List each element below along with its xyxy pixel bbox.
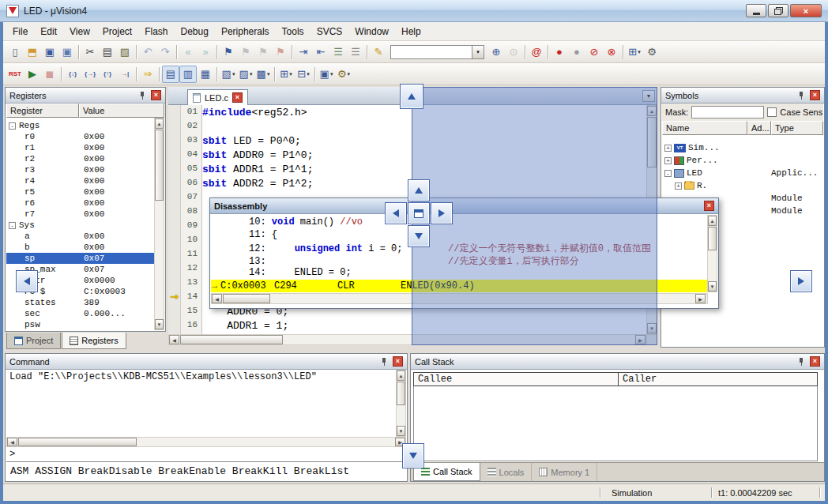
- address-column-header[interactable]: Ad...: [747, 121, 771, 135]
- mask-input[interactable]: [691, 106, 764, 118]
- step-out-button[interactable]: {↑}: [99, 66, 116, 83]
- menu-project[interactable]: Project: [96, 24, 138, 39]
- dock-guide-center-down[interactable]: [408, 225, 430, 247]
- registers-close-button[interactable]: ×: [151, 90, 161, 100]
- register-row[interactable]: r50x00: [6, 186, 154, 197]
- tab-locals[interactable]: Locals: [480, 463, 533, 481]
- register-row[interactable]: sp0x07: [6, 253, 154, 264]
- serial-windows-button[interactable]: ▧▾: [220, 66, 237, 83]
- register-row[interactable]: a0x00: [6, 231, 154, 242]
- next-bookmark-button[interactable]: ⚑: [254, 43, 272, 61]
- memory-windows-button[interactable]: ⊞▾: [277, 66, 295, 83]
- copy-button[interactable]: ▤: [99, 43, 116, 61]
- command-panel-titlebar[interactable]: Command ×: [6, 354, 407, 370]
- symbols-close-button[interactable]: ×: [810, 90, 820, 100]
- menu-view[interactable]: View: [63, 24, 96, 39]
- find-combo[interactable]: ▾: [390, 45, 484, 59]
- scroll-thumb[interactable]: [180, 335, 283, 344]
- scroll-up-icon[interactable]: ▲: [155, 118, 164, 129]
- scroll-thumb[interactable]: [223, 294, 270, 303]
- configure-uvision-button[interactable]: ⚙: [643, 43, 661, 61]
- callstack-body[interactable]: [413, 386, 818, 461]
- scroll-left-icon[interactable]: ◀: [7, 438, 17, 446]
- menu-tools[interactable]: Tools: [276, 24, 310, 39]
- dock-guide-center[interactable]: [408, 202, 430, 224]
- navigate-forward-button[interactable]: »: [197, 43, 214, 61]
- indent-selection-button[interactable]: ⇥: [295, 43, 312, 61]
- start-stop-debug-session-button[interactable]: @: [528, 43, 545, 61]
- edit-file-flags-button[interactable]: ✎: [370, 43, 387, 61]
- disassembly-close-button[interactable]: ×: [704, 201, 714, 211]
- scroll-right-icon[interactable]: ▶: [695, 294, 706, 303]
- menu-debug[interactable]: Debug: [175, 24, 215, 39]
- insert-remove-breakpoint-button[interactable]: ●: [551, 43, 568, 61]
- dock-guide-center-up[interactable]: [408, 179, 430, 201]
- disassembly-vscrollbar[interactable]: ▲ ▼: [707, 215, 717, 292]
- callstack-panel-titlebar[interactable]: Call Stack ×: [411, 354, 824, 370]
- combo-dropdown-button[interactable]: ▾: [472, 45, 484, 59]
- menu-edit[interactable]: Edit: [34, 24, 63, 39]
- pin-button[interactable]: [796, 90, 807, 100]
- reset-cpu-button[interactable]: RST: [6, 66, 24, 83]
- register-row[interactable]: r40x00: [6, 175, 154, 186]
- system-viewer-button[interactable]: ▣▾: [318, 66, 335, 83]
- run-button[interactable]: ▶: [24, 66, 41, 83]
- register-row[interactable]: r00x00: [6, 131, 154, 142]
- symbol-row[interactable]: -LEDApplic...: [662, 167, 823, 179]
- register-row[interactable]: states389: [6, 297, 154, 308]
- register-row[interactable]: r30x00: [6, 164, 154, 175]
- command-output[interactable]: Load "E:\\Projects\\KDB-MCS51\\Examples\…: [6, 370, 396, 437]
- open-file-button[interactable]: ⬒: [24, 43, 41, 61]
- tab-memory-1[interactable]: Memory 1: [532, 463, 597, 481]
- scroll-thumb[interactable]: [708, 227, 717, 250]
- tab-project[interactable]: Project: [6, 333, 61, 349]
- dock-guide-bottom[interactable]: [402, 443, 424, 468]
- registers-panel-titlebar[interactable]: Registers ×: [6, 88, 165, 103]
- scroll-down-icon[interactable]: ▼: [708, 281, 717, 291]
- tab-led-c[interactable]: LED.c ×: [187, 89, 248, 105]
- uncomment-selection-button[interactable]: ☰: [347, 43, 364, 61]
- register-row[interactable]: -Regs: [6, 120, 154, 131]
- scroll-left-icon[interactable]: ◀: [169, 335, 179, 344]
- menu-window[interactable]: Window: [348, 24, 395, 39]
- name-column-header[interactable]: Name: [662, 121, 747, 135]
- tab-registers[interactable]: Registers: [62, 333, 126, 349]
- cut-button[interactable]: ✂: [81, 43, 99, 61]
- callstack-close-button[interactable]: ×: [810, 356, 820, 367]
- register-row[interactable]: r10x00: [6, 142, 154, 153]
- watch-windows-button[interactable]: ⊟▾: [295, 66, 312, 83]
- enable-disable-breakpoint-button[interactable]: ●: [568, 43, 585, 61]
- scroll-left-icon[interactable]: ◀: [212, 294, 222, 303]
- command-prompt[interactable]: >: [6, 447, 406, 461]
- menu-peripherals[interactable]: Peripherals: [215, 24, 276, 39]
- command-hscrollbar[interactable]: ◀ ▶: [6, 437, 406, 447]
- register-row[interactable]: -Sys: [6, 220, 154, 231]
- new-file-button[interactable]: ▯: [6, 43, 24, 61]
- tree-expander-icon[interactable]: -: [9, 222, 16, 229]
- tree-expander-icon[interactable]: -: [9, 122, 16, 130]
- run-to-cursor-button[interactable]: →|: [116, 66, 134, 83]
- previous-bookmark-button[interactable]: ⚑: [237, 43, 254, 61]
- command-window-button[interactable]: ▤: [162, 66, 179, 83]
- close-button[interactable]: ×: [790, 4, 822, 17]
- registers-vscrollbar[interactable]: ▲ ▼: [154, 118, 164, 330]
- editor-margin[interactable]: →: [168, 105, 181, 334]
- symbol-row[interactable]: +R.: [662, 179, 823, 192]
- register-row[interactable]: sec0.000...: [6, 308, 154, 319]
- dock-guide-top[interactable]: [400, 84, 423, 109]
- scroll-thumb[interactable]: [18, 438, 137, 446]
- menu-flash[interactable]: Flash: [138, 24, 174, 39]
- comment-selection-button[interactable]: ☰: [329, 43, 347, 61]
- save-file-button[interactable]: ▣: [41, 43, 58, 61]
- window-layout-button[interactable]: ⊞▾: [626, 43, 643, 61]
- unindent-selection-button[interactable]: ⇤: [312, 43, 329, 61]
- paste-button[interactable]: ▨: [116, 43, 134, 61]
- scroll-down-icon[interactable]: ▼: [397, 426, 405, 436]
- step-into-button[interactable]: {↓}: [64, 66, 81, 83]
- type-column-header[interactable]: Type: [771, 121, 823, 135]
- redo-button[interactable]: ↷: [156, 43, 174, 61]
- save-all-button[interactable]: ▣: [58, 43, 76, 61]
- symbol-row[interactable]: +Per...: [662, 154, 823, 167]
- symbols-panel-titlebar[interactable]: Symbols ×: [661, 88, 824, 103]
- register-row[interactable]: r20x00: [6, 153, 154, 164]
